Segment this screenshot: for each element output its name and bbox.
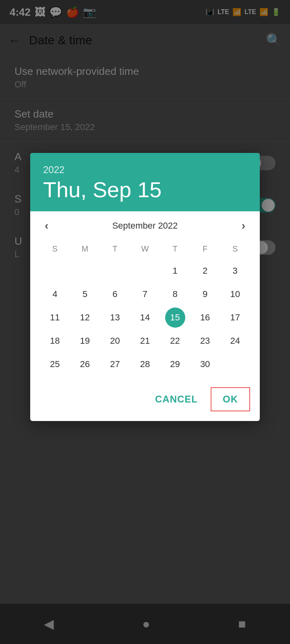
calendar-day[interactable]: 29 xyxy=(165,354,185,374)
calendar-day[interactable]: 11 xyxy=(45,308,65,328)
prev-month-button[interactable]: ‹ xyxy=(40,218,53,234)
calendar-day[interactable]: 14 xyxy=(135,308,155,328)
dow-sun: S xyxy=(40,242,70,259)
calendar-day[interactable]: 6 xyxy=(105,284,125,304)
calendar-day xyxy=(75,261,95,281)
date-picker-dialog: 2022 Thu, Sep 15 ‹ September 2022 › S M … xyxy=(30,153,260,421)
dialog-actions: CANCEL OK xyxy=(30,381,260,421)
calendar-day xyxy=(225,354,245,374)
calendar: ‹ September 2022 › S M T W T F S 1234567… xyxy=(30,211,260,381)
month-label: September 2022 xyxy=(112,221,178,231)
calendar-day[interactable]: 25 xyxy=(45,354,65,374)
calendar-day[interactable]: 12 xyxy=(75,308,95,328)
next-month-button[interactable]: › xyxy=(237,218,250,234)
calendar-day[interactable]: 22 xyxy=(165,331,185,351)
calendar-day[interactable]: 10 xyxy=(225,284,245,304)
cancel-button[interactable]: CANCEL xyxy=(145,387,207,411)
calendar-day xyxy=(135,261,155,281)
calendar-day[interactable]: 20 xyxy=(105,331,125,351)
calendar-day[interactable]: 23 xyxy=(195,331,215,351)
calendar-day[interactable]: 26 xyxy=(75,354,95,374)
calendar-day[interactable]: 16 xyxy=(195,308,215,328)
ok-button[interactable]: OK xyxy=(211,387,250,411)
dow-sat: S xyxy=(220,242,250,259)
calendar-day[interactable]: 4 xyxy=(45,284,65,304)
calendar-day[interactable]: 27 xyxy=(105,354,125,374)
calendar-day[interactable]: 18 xyxy=(45,331,65,351)
calendar-day[interactable]: 3 xyxy=(225,261,245,281)
calendar-day[interactable]: 7 xyxy=(135,284,155,304)
calendar-day[interactable]: 17 xyxy=(225,308,245,328)
calendar-day[interactable]: 30 xyxy=(195,354,215,374)
calendar-day[interactable]: 21 xyxy=(135,331,155,351)
day-of-week-headers: S M T W T F S xyxy=(40,242,250,259)
calendar-day[interactable]: 2 xyxy=(195,261,215,281)
calendar-day[interactable]: 19 xyxy=(75,331,95,351)
calendar-nav: ‹ September 2022 › xyxy=(40,218,250,234)
calendar-day[interactable]: 1 xyxy=(165,261,185,281)
dialog-date-label: Thu, Sep 15 xyxy=(43,178,247,202)
calendar-day[interactable]: 8 xyxy=(165,284,185,304)
calendar-day[interactable]: 5 xyxy=(75,284,95,304)
calendar-day[interactable]: 13 xyxy=(105,308,125,328)
dow-tue: T xyxy=(100,242,130,259)
calendar-day xyxy=(45,261,65,281)
calendar-day[interactable]: 28 xyxy=(135,354,155,374)
calendar-day[interactable]: 24 xyxy=(225,331,245,351)
calendar-days: 1234567891011121314151617181920212223242… xyxy=(40,259,250,376)
dialog-header: 2022 Thu, Sep 15 xyxy=(30,153,260,211)
dow-wed: W xyxy=(130,242,160,259)
dow-thu: T xyxy=(160,242,190,259)
dow-mon: M xyxy=(70,242,100,259)
calendar-day[interactable]: 15 xyxy=(165,308,185,328)
calendar-day xyxy=(105,261,125,281)
dialog-year: 2022 xyxy=(43,164,247,175)
dow-fri: F xyxy=(190,242,220,259)
calendar-day[interactable]: 9 xyxy=(195,284,215,304)
